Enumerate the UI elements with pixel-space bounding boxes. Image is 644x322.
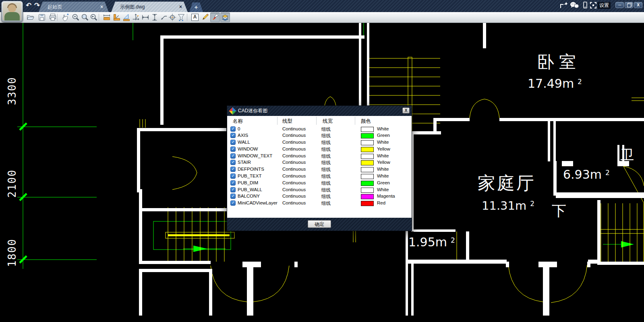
layers-button[interactable]: [220, 12, 230, 22]
layer-name: AXIS: [238, 133, 248, 138]
layer-row[interactable]: AXIS Continuous 细线 Green: [227, 132, 412, 139]
back-button[interactable]: ↶: [25, 2, 33, 10]
forward-button[interactable]: ↷: [33, 2, 41, 10]
layer-color-swatch[interactable]: [361, 140, 374, 145]
layer-color-swatch[interactable]: [361, 154, 374, 159]
tab-start-page[interactable]: 起始页 ×: [39, 2, 109, 12]
measure-length-button[interactable]: [102, 12, 112, 22]
layer-dialog-titlebar[interactable]: CAD迷你看图: [227, 106, 412, 116]
dim-horizontal-button[interactable]: [141, 12, 150, 22]
layer-dialog-footer: 确定: [227, 218, 412, 231]
layer-row[interactable]: 0 Continuous 细线 White: [227, 126, 412, 132]
tab-drawing[interactable]: 示例图.dwg ×: [111, 2, 188, 12]
close-button[interactable]: X: [634, 2, 642, 8]
zoom-previous-button[interactable]: [89, 12, 99, 22]
save-button[interactable]: [37, 12, 47, 22]
layer-checkbox[interactable]: [230, 160, 236, 165]
layer-row[interactable]: PUB_TEXT Continuous 细线 White: [227, 173, 412, 180]
layer-color-swatch[interactable]: [361, 160, 374, 165]
column-color: 颜色: [361, 118, 371, 125]
pencil-button[interactable]: [200, 12, 210, 22]
layer-color-name: Red: [377, 200, 385, 205]
layer-row[interactable]: PUB_WALL Continuous 细线 White: [227, 186, 412, 193]
layer-row[interactable]: STAIR Continuous 细线 Yellow: [227, 159, 412, 166]
brush-button[interactable]: [210, 12, 220, 22]
layer-color-swatch[interactable]: [361, 147, 374, 152]
layer-color-name: White: [377, 167, 389, 171]
minimize-button[interactable]: ─: [615, 2, 624, 8]
restore-button[interactable]: [625, 2, 633, 8]
center-mark-button[interactable]: [168, 12, 177, 22]
layer-checkbox[interactable]: [230, 194, 236, 199]
measure-table-button[interactable]: [176, 12, 186, 22]
settings-button[interactable]: 设置: [598, 2, 611, 9]
print-button[interactable]: [48, 12, 58, 22]
layer-row[interactable]: MiniCADViewLayer Continuous 细线 Red: [227, 200, 412, 207]
layer-checkbox[interactable]: [230, 147, 236, 152]
share-button[interactable]: [560, 2, 569, 9]
layer-color-swatch[interactable]: [361, 167, 374, 172]
layer-name: WINDOW_TEXT: [238, 153, 272, 158]
column-linetype: 线型: [282, 118, 292, 125]
layer-row[interactable]: WINDOW_TEXT Continuous 细线 White: [227, 153, 412, 159]
text-tool-button[interactable]: A: [190, 12, 200, 22]
layer-checkbox[interactable]: [230, 153, 236, 159]
layer-color-swatch[interactable]: [361, 201, 374, 206]
layer-checkbox[interactable]: [230, 173, 236, 179]
layer-color-swatch[interactable]: [361, 133, 374, 138]
layer-linetype: Continuous: [282, 160, 306, 165]
zoom-button[interactable]: [71, 12, 81, 22]
layer-color-swatch[interactable]: [361, 127, 374, 132]
dim-vertical-button[interactable]: [150, 12, 159, 22]
center-mark-icon: [168, 13, 177, 22]
layer-checkbox[interactable]: [230, 200, 236, 206]
tab-drawing-close-icon[interactable]: ×: [179, 2, 182, 12]
room-label-bedroom: 卧室: [537, 51, 581, 73]
dim-label-2100: 2100: [6, 159, 18, 208]
tab-start-page-close-icon[interactable]: ×: [100, 2, 103, 12]
fullscreen-button[interactable]: [590, 2, 598, 9]
leader-button[interactable]: [159, 12, 168, 22]
zoom-previous-icon: [89, 13, 98, 22]
layer-row[interactable]: WALL Continuous 细线 White: [227, 139, 412, 146]
drawing-canvas[interactable]: 3300 2100 1800 卧室 17.49m2 家庭厅 11.31m2 6.…: [0, 23, 644, 322]
wechat-button[interactable]: [570, 2, 579, 9]
layer-checkbox[interactable]: [230, 167, 236, 172]
layer-dialog-close-button[interactable]: X: [402, 107, 410, 114]
measure-coordinate-button[interactable]: [131, 12, 141, 22]
layer-checkbox[interactable]: [230, 187, 236, 192]
new-tab-button[interactable]: +: [189, 2, 203, 12]
layer-row[interactable]: PUB_DIM Continuous 细线 Green: [227, 180, 412, 186]
layer-color-swatch[interactable]: [361, 194, 374, 199]
app-window: ↶ ↷ 起始页 × 示例图.dwg × +: [0, 0, 644, 322]
layer-lineweight: 细线: [321, 153, 331, 159]
user-avatar[interactable]: [1, 1, 23, 22]
tab-start-page-label: 起始页: [48, 2, 62, 12]
layer-checkbox[interactable]: [230, 133, 236, 138]
layer-row[interactable]: WINDOW Continuous 细线 Yellow: [227, 146, 412, 153]
layer-checkbox[interactable]: [230, 180, 236, 186]
dim-vertical-icon: [150, 13, 159, 22]
layer-linetype: Continuous: [282, 180, 306, 185]
stair-down-label: 下: [552, 201, 566, 221]
layer-color-swatch[interactable]: [361, 181, 374, 186]
pan-button[interactable]: [60, 12, 70, 22]
layer-row[interactable]: BALCONY Continuous 细线 Magenta: [227, 193, 412, 200]
area-label-side-room: 6.93m2: [563, 167, 610, 182]
zoom-window-button[interactable]: [80, 12, 90, 22]
measure-area-button[interactable]: [122, 12, 131, 22]
text-tool-icon: A: [191, 14, 199, 21]
ok-button[interactable]: 确定: [308, 220, 331, 228]
layer-checkbox[interactable]: [230, 140, 236, 145]
layer-lineweight: 细线: [321, 160, 331, 166]
restore-icon: [627, 4, 631, 7]
dim-label-1800: 1800: [6, 229, 18, 277]
layer-checkbox[interactable]: [230, 126, 236, 132]
layer-color-swatch[interactable]: [361, 174, 374, 179]
fullscreen-icon: [590, 2, 597, 9]
layer-color-swatch[interactable]: [361, 188, 374, 193]
area-label-family: 11.31m2: [482, 199, 534, 213]
layer-row[interactable]: DEFPOINTS Continuous 细线 White: [227, 166, 412, 173]
open-file-button[interactable]: [26, 12, 35, 22]
measure-angle-button[interactable]: [112, 12, 122, 22]
